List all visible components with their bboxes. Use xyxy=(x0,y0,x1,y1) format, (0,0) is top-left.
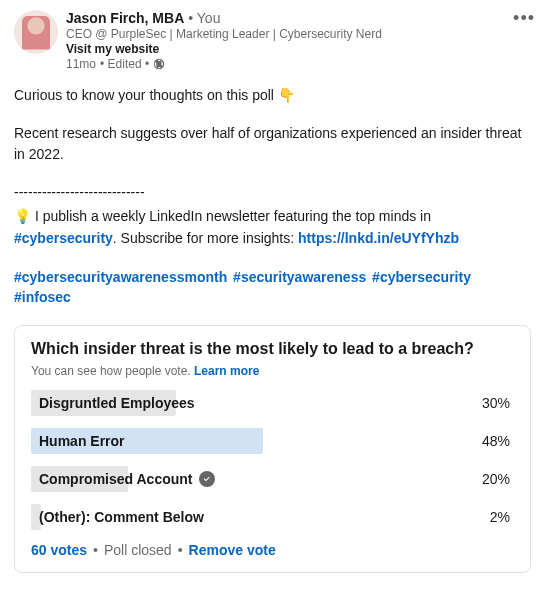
separator: ---------------------------- xyxy=(14,182,531,202)
visit-website-link[interactable]: Visit my website xyxy=(66,42,531,56)
hashtag-cybersecurity-inline[interactable]: #cybersecurity xyxy=(14,230,113,246)
subscribe-link[interactable]: https://lnkd.in/eUYfYhzb xyxy=(298,230,459,246)
author-title: CEO @ PurpleSec | Marketing Leader | Cyb… xyxy=(66,27,531,41)
hashtag-1[interactable]: #cybersecurityawarenessmonth xyxy=(14,269,227,285)
poll-option-pct: 30% xyxy=(482,395,510,411)
check-icon xyxy=(199,471,215,487)
author-name[interactable]: Jason Firch, MBA xyxy=(66,10,184,26)
poll-question: Which insider threat is the most likely … xyxy=(31,340,514,358)
poll-option-label: Disgruntled Employees xyxy=(31,395,195,411)
body-line-2: Recent research suggests over half of or… xyxy=(14,123,531,164)
edited-label: • Edited • xyxy=(100,57,149,71)
poll-option-pct: 2% xyxy=(490,509,510,525)
newsletter-line: 💡 I publish a weekly LinkedIn newsletter… xyxy=(14,206,531,226)
poll-option-pct: 48% xyxy=(482,433,510,449)
poll-option-3[interactable]: (Other): Comment Below2% xyxy=(31,504,514,530)
learn-more-link[interactable]: Learn more xyxy=(194,364,259,378)
poll-sub-prefix: You can see how people vote. xyxy=(31,364,194,378)
body-line-1: Curious to know your thoughts on this po… xyxy=(14,85,531,105)
globe-icon xyxy=(153,58,165,70)
votes-link[interactable]: 60 votes xyxy=(31,542,87,558)
hashtag-3[interactable]: #cybersecurity xyxy=(372,269,471,285)
poll-option-label: (Other): Comment Below xyxy=(31,509,204,525)
remove-vote-link[interactable]: Remove vote xyxy=(189,542,276,558)
hashtag-2[interactable]: #securityawareness xyxy=(233,269,366,285)
poll-footer: 60 votes • Poll closed • Remove vote xyxy=(31,542,514,558)
hashtag-4[interactable]: #infosec xyxy=(14,289,71,305)
hashtag-row: #cybersecurityawarenessmonth #securityaw… xyxy=(14,267,531,308)
poll-card: Which insider threat is the most likely … xyxy=(14,325,531,573)
poll-options: Disgruntled Employees30%Human Error48%Co… xyxy=(31,390,514,530)
overflow-menu-icon[interactable]: ••• xyxy=(513,8,535,29)
poll-option-pct: 20% xyxy=(482,471,510,487)
avatar[interactable] xyxy=(14,10,58,54)
post-body: Curious to know your thoughts on this po… xyxy=(14,85,531,307)
post-card: ••• Jason Firch, MBA • You CEO @ PurpleS… xyxy=(0,0,545,573)
author-meta: Jason Firch, MBA • You CEO @ PurpleSec |… xyxy=(66,10,531,71)
poll-subtext: You can see how people vote. Learn more xyxy=(31,364,514,378)
poll-closed-label: Poll closed xyxy=(104,542,172,558)
post-age: 11mo xyxy=(66,57,96,71)
poll-option-label: Compromised Account xyxy=(31,471,215,487)
poll-option-1[interactable]: Human Error48% xyxy=(31,428,514,454)
subscribe-text: . Subscribe for more insights: xyxy=(113,230,298,246)
you-label: • You xyxy=(188,10,220,26)
post-time-row: 11mo • Edited • xyxy=(66,57,531,71)
poll-option-0[interactable]: Disgruntled Employees30% xyxy=(31,390,514,416)
poll-option-label: Human Error xyxy=(31,433,125,449)
newsletter-text-1: 💡 I publish a weekly LinkedIn newsletter… xyxy=(14,208,431,224)
post-header: Jason Firch, MBA • You CEO @ PurpleSec |… xyxy=(14,10,531,71)
poll-option-2[interactable]: Compromised Account20% xyxy=(31,466,514,492)
